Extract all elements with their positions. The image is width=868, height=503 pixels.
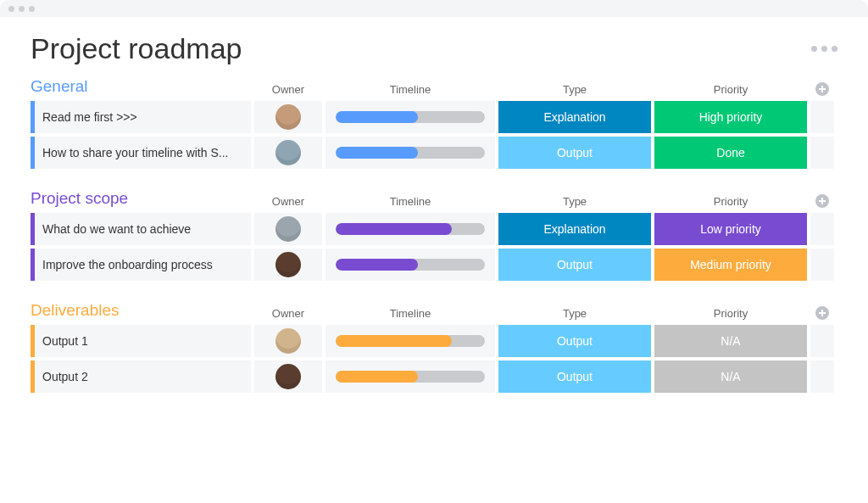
priority-badge: Medium priority: [654, 249, 807, 281]
column-header-owner[interactable]: Owner: [254, 307, 322, 320]
table-row[interactable]: How to share your timeline with S...Outp…: [31, 137, 837, 169]
task-name-text: Read me first >>>: [42, 110, 137, 124]
column-header-type[interactable]: Type: [498, 83, 651, 96]
dot-icon: [832, 46, 837, 52]
board-more-button[interactable]: [811, 46, 837, 52]
group: Project scopeOwnerTimelineTypePriorityWh…: [31, 189, 837, 281]
table-row[interactable]: Output 1OutputN/A: [31, 325, 837, 357]
owner-cell[interactable]: [254, 360, 322, 393]
table-row[interactable]: Improve the onboarding processOutputMedi…: [31, 249, 837, 281]
window-dot-icon: [8, 6, 14, 12]
window-dot-icon: [19, 6, 25, 12]
group-color-stripe: [31, 360, 35, 393]
add-column-button[interactable]: [810, 82, 834, 96]
priority-badge: Low priority: [654, 213, 807, 245]
type-cell[interactable]: Output: [498, 325, 651, 357]
type-badge: Output: [498, 360, 651, 393]
type-badge: Output: [498, 249, 651, 281]
priority-cell[interactable]: N/A: [654, 360, 807, 393]
type-cell[interactable]: Output: [498, 249, 651, 281]
avatar: [275, 140, 301, 165]
column-header-priority[interactable]: Priority: [654, 83, 807, 96]
priority-cell[interactable]: Low priority: [654, 213, 807, 245]
avatar: [275, 104, 301, 130]
timeline-cell[interactable]: [326, 101, 495, 133]
task-name-text: What do we want to achieve: [42, 222, 191, 236]
task-name-cell[interactable]: Output 2: [31, 360, 251, 393]
column-header-owner[interactable]: Owner: [254, 195, 322, 208]
page-title[interactable]: Project roadmap: [31, 32, 242, 65]
owner-cell[interactable]: [254, 137, 322, 169]
group-title[interactable]: General: [31, 77, 251, 96]
task-name-cell[interactable]: What do we want to achieve: [31, 213, 251, 245]
table-row[interactable]: What do we want to achieveExplanationLow…: [31, 213, 837, 245]
timeline-fill: [336, 371, 418, 383]
priority-cell[interactable]: High priority: [654, 101, 807, 133]
group-color-stripe: [31, 249, 35, 281]
priority-cell[interactable]: Done: [654, 137, 807, 169]
column-header-type[interactable]: Type: [498, 195, 651, 208]
type-badge: Explanation: [498, 101, 651, 133]
owner-cell[interactable]: [254, 325, 322, 357]
column-header-timeline[interactable]: Timeline: [326, 307, 495, 320]
task-name-text: Output 1: [42, 334, 88, 348]
timeline-track: [336, 335, 485, 347]
task-name-cell[interactable]: Output 1: [31, 325, 251, 357]
timeline-cell[interactable]: [326, 249, 495, 281]
priority-badge: High priority: [654, 101, 807, 133]
group-header: DeliverablesOwnerTimelineTypePriority: [31, 301, 837, 320]
row-tail: [810, 249, 834, 281]
column-header-priority[interactable]: Priority: [654, 195, 807, 208]
priority-badge: N/A: [654, 325, 807, 357]
type-cell[interactable]: Output: [498, 137, 651, 169]
row-tail: [810, 101, 834, 133]
owner-cell[interactable]: [254, 101, 322, 133]
group-title[interactable]: Deliverables: [31, 301, 251, 320]
board-header: Project roadmap: [31, 32, 837, 65]
type-badge: Output: [498, 325, 651, 357]
type-cell[interactable]: Output: [498, 360, 651, 393]
dot-icon: [811, 46, 817, 52]
add-column-button[interactable]: [810, 306, 834, 320]
group-header: GeneralOwnerTimelineTypePriority: [31, 77, 837, 96]
row-tail: [810, 325, 834, 357]
table-row[interactable]: Read me first >>>ExplanationHigh priorit…: [31, 101, 837, 133]
avatar: [275, 216, 301, 242]
add-column-button[interactable]: [810, 194, 834, 208]
column-header-timeline[interactable]: Timeline: [326, 83, 495, 96]
timeline-fill: [336, 259, 418, 271]
plus-icon: [815, 82, 829, 96]
priority-cell[interactable]: Medium priority: [654, 249, 807, 281]
task-name-cell[interactable]: How to share your timeline with S...: [31, 137, 251, 169]
table-row[interactable]: Output 2OutputN/A: [31, 360, 837, 393]
timeline-cell[interactable]: [326, 137, 495, 169]
column-header-owner[interactable]: Owner: [254, 83, 322, 96]
owner-cell[interactable]: [254, 213, 322, 245]
window-dot-icon: [29, 6, 35, 12]
task-name-cell[interactable]: Read me first >>>: [31, 101, 251, 133]
priority-cell[interactable]: N/A: [654, 325, 807, 357]
timeline-fill: [336, 147, 418, 159]
group-title[interactable]: Project scope: [31, 189, 251, 208]
row-tail: [810, 360, 834, 393]
board-content: Project roadmap GeneralOwnerTimelineType…: [0, 17, 868, 422]
group: GeneralOwnerTimelineTypePriorityRead me …: [31, 77, 837, 169]
timeline-track: [336, 259, 485, 271]
task-name-text: How to share your timeline with S...: [42, 146, 228, 159]
column-header-timeline[interactable]: Timeline: [326, 195, 495, 208]
group-header: Project scopeOwnerTimelineTypePriority: [31, 189, 837, 208]
group-color-stripe: [31, 101, 35, 133]
column-header-type[interactable]: Type: [498, 307, 651, 320]
task-name-cell[interactable]: Improve the onboarding process: [31, 249, 251, 281]
row-tail: [810, 213, 834, 245]
group-color-stripe: [31, 137, 35, 169]
type-cell[interactable]: Explanation: [498, 213, 651, 245]
window-titlebar: [0, 0, 868, 17]
owner-cell[interactable]: [254, 249, 322, 281]
timeline-cell[interactable]: [326, 360, 495, 393]
timeline-cell[interactable]: [326, 213, 495, 245]
type-badge: Output: [498, 137, 651, 169]
type-cell[interactable]: Explanation: [498, 101, 651, 133]
column-header-priority[interactable]: Priority: [654, 307, 807, 320]
timeline-cell[interactable]: [326, 325, 495, 357]
